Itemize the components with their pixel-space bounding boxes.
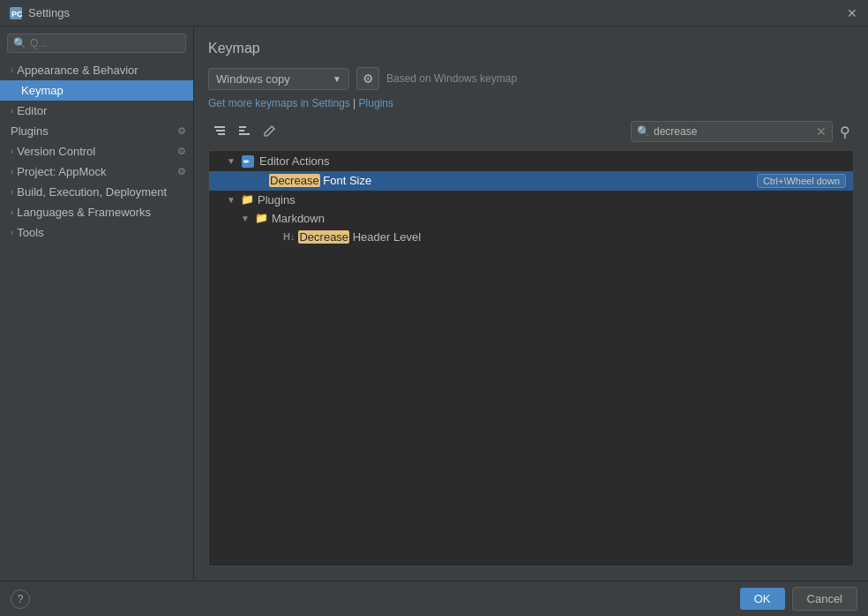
arrow-icon: › xyxy=(11,228,13,237)
sidebar-item-label: Plugins xyxy=(11,124,49,138)
cancel-button[interactable]: Cancel xyxy=(792,587,857,611)
sidebar-item-languages-frameworks[interactable]: › Languages & Frameworks xyxy=(0,202,193,222)
svg-text:PC: PC xyxy=(11,10,22,19)
svg-rect-7 xyxy=(239,133,250,135)
tree-item-editor-actions[interactable]: ▼ ✏ Editor Actions xyxy=(209,151,853,171)
sidebar-item-appearance-behavior[interactable]: › Appearance & Behavior xyxy=(0,60,193,80)
svg-rect-2 xyxy=(214,126,225,128)
sidebar-item-label: Editor xyxy=(17,104,47,117)
tree-item-decrease-font-size[interactable]: ▼ Decrease Font Size Ctrl+\Wheel down xyxy=(209,171,853,191)
sidebar: 🔍 › Appearance & Behavior Keymap › Edito… xyxy=(0,26,194,581)
sidebar-search-box[interactable]: 🔍 xyxy=(7,34,186,53)
keymap-dropdown[interactable]: Windows copy ▼ xyxy=(208,68,349,90)
keymap-link-row: Get more keymaps in Settings | Plugins xyxy=(208,97,854,109)
plugins-link[interactable]: Plugins xyxy=(359,97,393,109)
get-more-keymaps-link[interactable]: Get more keymaps in Settings xyxy=(208,97,350,109)
sidebar-item-label: Build, Execution, Deployment xyxy=(17,185,167,199)
sidebar-items-list: › Appearance & Behavior Keymap › Editor … xyxy=(0,60,193,581)
sidebar-item-label: Keymap xyxy=(21,84,64,97)
sidebar-item-keymap[interactable]: Keymap xyxy=(0,80,193,101)
keymap-search-input[interactable] xyxy=(654,125,812,138)
sidebar-item-build-execution-deployment[interactable]: › Build, Execution, Deployment xyxy=(0,182,193,202)
window-title: Settings xyxy=(28,6,845,19)
expand-arrow-icon: ▼ xyxy=(227,195,237,205)
expand-all-button[interactable] xyxy=(208,120,231,143)
title-bar: PC Settings ✕ xyxy=(0,0,868,26)
sidebar-item-label: Version Control xyxy=(17,145,95,158)
help-button[interactable]: ? xyxy=(11,590,30,609)
sidebar-item-label: Project: AppMock xyxy=(17,165,106,178)
keymap-toolbar xyxy=(208,120,281,143)
highlight-text: Decrease xyxy=(298,230,349,244)
content-area: Keymap Windows copy ▼ ⚙ Based on Windows… xyxy=(194,26,868,581)
close-button[interactable]: ✕ xyxy=(845,6,859,20)
svg-rect-5 xyxy=(239,126,246,128)
folder-icon: 📁 xyxy=(255,212,268,224)
sidebar-item-tools[interactable]: › Tools xyxy=(0,222,193,243)
tree-item-markdown[interactable]: ▼ 📁 Markdown xyxy=(209,209,853,228)
tree-item-label: Editor Actions xyxy=(259,154,330,168)
arrow-icon: › xyxy=(11,207,13,217)
tree-item-plugins[interactable]: ▼ 📁 Plugins xyxy=(209,191,853,209)
sidebar-search-input[interactable] xyxy=(30,37,180,49)
sidebar-item-label: Appearance & Behavior xyxy=(17,64,138,77)
page-title: Keymap xyxy=(208,41,854,56)
sidebar-search-icon: 🔍 xyxy=(13,37,26,49)
keymap-tree: ▼ ✏ Editor Actions ▼ Decrease Font Size … xyxy=(208,150,854,567)
svg-rect-6 xyxy=(239,130,244,131)
arrow-icon: › xyxy=(11,65,13,75)
svg-rect-3 xyxy=(216,130,225,131)
expand-arrow-icon: ▼ xyxy=(255,176,266,185)
shortcut-badge: Ctrl+\Wheel down xyxy=(757,174,846,188)
arrow-icon: › xyxy=(11,106,13,116)
svg-rect-4 xyxy=(218,133,225,135)
editor-actions-icon: ✏ xyxy=(241,154,255,169)
sidebar-item-editor[interactable]: › Editor xyxy=(0,101,193,121)
keymap-toolbar-row: 🔍 ✕ ⚲ xyxy=(208,120,854,143)
sidebar-item-label: Languages & Frameworks xyxy=(17,206,151,219)
bottom-bar: ? OK Cancel xyxy=(0,581,868,616)
keymap-search-box[interactable]: 🔍 ✕ xyxy=(631,121,833,142)
search-icon: 🔍 xyxy=(637,125,650,138)
collapse-all-button[interactable] xyxy=(233,120,256,143)
expand-arrow-icon: ▼ xyxy=(269,232,280,242)
search-clear-button[interactable]: ✕ xyxy=(816,124,827,139)
main-layout: 🔍 › Appearance & Behavior Keymap › Edito… xyxy=(0,26,868,581)
arrow-icon: › xyxy=(11,167,13,177)
svg-text:✏: ✏ xyxy=(243,158,251,166)
tree-item-label: Plugins xyxy=(258,193,296,207)
expand-arrow-icon: ▼ xyxy=(227,156,237,166)
tree-item-label: Markdown xyxy=(272,212,325,225)
dropdown-arrow-icon: ▼ xyxy=(333,74,341,84)
tree-item-label: Decrease Font Size xyxy=(269,174,371,187)
folder-icon: 📁 xyxy=(241,193,254,206)
keymap-dropdown-value: Windows copy xyxy=(216,72,290,86)
tree-item-label: Decrease Header Level xyxy=(298,230,421,244)
edit-button[interactable] xyxy=(258,120,281,143)
highlight-text: Decrease xyxy=(269,174,320,187)
sidebar-item-project-appmock[interactable]: › Project: AppMock xyxy=(0,162,193,182)
ok-button[interactable]: OK xyxy=(740,588,785,610)
search-options-button[interactable]: ⚲ xyxy=(836,124,854,140)
expand-arrow-icon: ▼ xyxy=(241,214,251,223)
tree-item-decrease-header-level[interactable]: ▼ H↓ Decrease Header Level xyxy=(209,228,853,246)
arrow-icon: › xyxy=(11,146,13,156)
keymap-hint: Based on Windows keymap xyxy=(386,72,517,85)
keymap-selector-row: Windows copy ▼ ⚙ Based on Windows keymap xyxy=(208,67,854,90)
gear-button[interactable]: ⚙ xyxy=(356,67,379,90)
arrow-icon: › xyxy=(11,187,13,197)
sidebar-item-version-control[interactable]: › Version Control xyxy=(0,141,193,162)
sidebar-item-plugins[interactable]: Plugins xyxy=(0,121,193,141)
app-icon: PC xyxy=(9,6,23,20)
header-level-icon: H↓ xyxy=(283,231,295,242)
sidebar-item-label: Tools xyxy=(17,226,43,239)
